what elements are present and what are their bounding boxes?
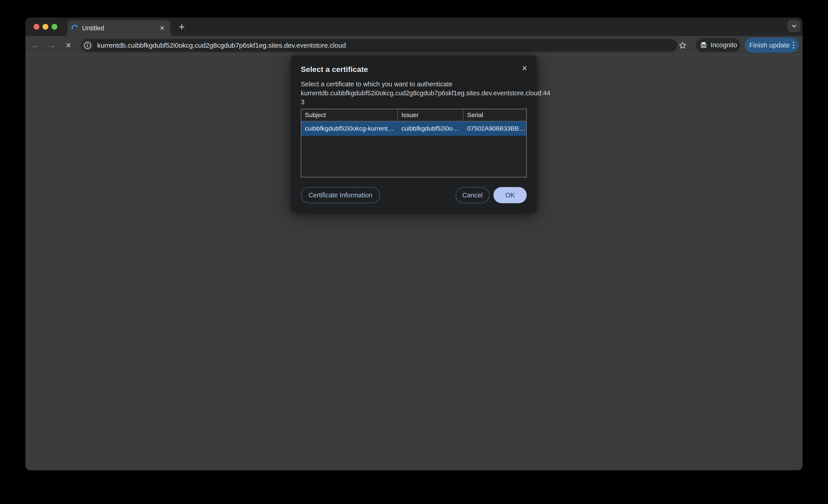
kebab-menu-icon[interactable] — [793, 42, 794, 49]
back-button[interactable]: ← — [30, 36, 41, 55]
column-header-serial: Serial — [463, 109, 526, 121]
description-line: Select a certificate to which you want t… — [301, 80, 527, 89]
table-row-selected[interactable]: cuibbfkgdubf52i0okcg-kurrent… cuibbfkgdu… — [301, 122, 526, 136]
incognito-label: Incognito — [710, 41, 737, 49]
description-line: kurrentdb.cuibbfkgdubf52i0okcg.cud2g8cgd… — [301, 89, 527, 98]
tab-close-icon[interactable]: × — [160, 24, 164, 32]
column-header-issuer: Issuer — [398, 109, 463, 121]
browser-window: Untitled × + ← → × kurrentdb.cuibbfkgdub… — [26, 17, 802, 470]
page-viewport: Select a certificate × Select a certific… — [26, 55, 802, 470]
star-icon — [678, 41, 687, 50]
incognito-badge: Incognito — [696, 38, 740, 52]
incognito-icon — [699, 41, 708, 49]
ok-button[interactable]: OK — [493, 187, 527, 203]
stop-loading-button[interactable]: × — [63, 36, 74, 55]
zoom-window-button[interactable] — [51, 24, 57, 30]
certificate-table: Subject Issuer Serial cuibbfkgdubf52i0ok… — [301, 109, 527, 177]
table-header: Subject Issuer Serial — [301, 109, 526, 122]
url-text[interactable]: kurrentdb.cuibbfkgdubf52i0okcg.cud2g8cgd… — [97, 42, 346, 49]
bookmark-star-button[interactable] — [678, 41, 688, 50]
chevron-down-icon — [791, 23, 797, 30]
toolbar: ← → × kurrentdb.cuibbfkgdubf52i0okcg.cud… — [26, 36, 802, 55]
tab-loading-spinner-icon — [71, 24, 79, 32]
dialog-button-row: Certificate Information Cancel OK — [301, 187, 527, 203]
cell-subject[interactable]: cuibbfkgdubf52i0okcg-kurrent… — [301, 122, 398, 136]
new-tab-button[interactable]: + — [176, 21, 188, 33]
close-window-button[interactable] — [34, 24, 39, 30]
minimize-window-button[interactable] — [43, 24, 48, 30]
forward-button[interactable]: → — [46, 36, 57, 55]
tab-untitled[interactable]: Untitled × — [68, 20, 170, 36]
window-chevron-button[interactable] — [787, 20, 800, 32]
tab-title: Untitled — [82, 25, 160, 32]
site-info-button[interactable] — [82, 40, 93, 51]
select-certificate-dialog: Select a certificate × Select a certific… — [291, 55, 536, 212]
address-bar[interactable]: kurrentdb.cuibbfkgdubf52i0okcg.cud2g8cgd… — [81, 39, 677, 52]
cancel-button[interactable]: Cancel — [456, 187, 489, 203]
finish-update-button[interactable]: Finish update — [745, 38, 799, 53]
traffic-lights — [34, 24, 57, 30]
dialog-description: Select a certificate to which you want t… — [301, 80, 527, 106]
certificate-information-button[interactable]: Certificate Information — [301, 187, 380, 203]
cell-serial[interactable]: 07502A906B33BB… — [463, 122, 526, 136]
dialog-close-icon[interactable]: × — [522, 63, 527, 73]
info-icon — [83, 41, 92, 50]
dialog-title: Select a certificate — [301, 65, 527, 74]
finish-update-label: Finish update — [749, 41, 790, 49]
cell-issuer[interactable]: cuibbfkgdubf52i0o… — [398, 122, 463, 136]
tab-strip: Untitled × + — [26, 17, 802, 36]
column-header-subject: Subject — [301, 109, 398, 121]
description-line: 3 — [301, 98, 527, 106]
